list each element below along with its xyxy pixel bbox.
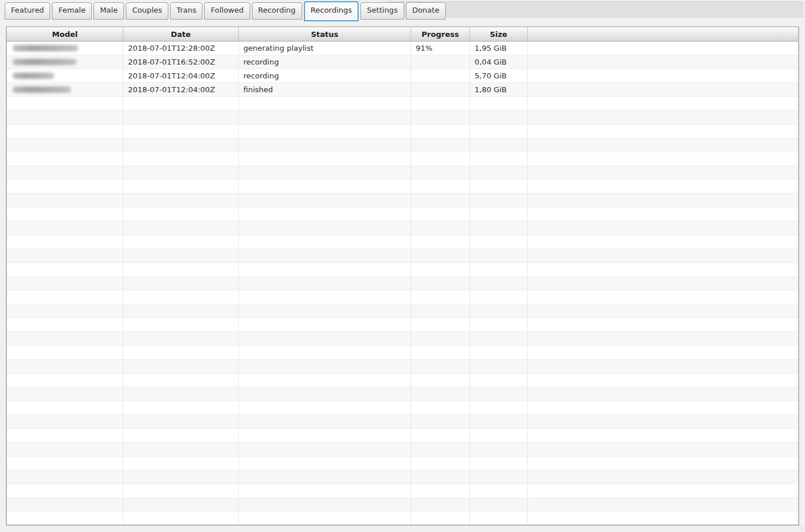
cell-filler bbox=[528, 41, 798, 55]
tab-bar: FeaturedFemaleMaleCouplesTransFollowedRe… bbox=[0, 0, 805, 27]
cell-progress bbox=[411, 221, 470, 235]
column-header-filler bbox=[528, 27, 798, 41]
cell-status bbox=[239, 401, 411, 414]
empty-row bbox=[7, 401, 798, 415]
cell-filler bbox=[528, 124, 798, 138]
cell-progress bbox=[411, 346, 470, 359]
cell-status bbox=[239, 138, 411, 152]
cell-size bbox=[470, 111, 528, 124]
empty-row bbox=[7, 166, 798, 180]
cell-model bbox=[7, 470, 123, 484]
column-header-status[interactable]: Status bbox=[239, 27, 411, 41]
cell-date bbox=[123, 456, 239, 470]
tab-male[interactable]: Male bbox=[93, 2, 124, 20]
cell-filler bbox=[528, 97, 798, 110]
tab-featured[interactable]: Featured bbox=[5, 2, 50, 20]
cell-progress bbox=[411, 277, 470, 290]
cell-model bbox=[7, 443, 123, 456]
cell-filler bbox=[528, 429, 798, 442]
cell-model bbox=[7, 235, 123, 248]
cell-date bbox=[123, 97, 239, 110]
redacted-model-name bbox=[13, 86, 71, 93]
cell-model bbox=[7, 304, 123, 318]
cell-date bbox=[123, 290, 239, 304]
cell-date bbox=[123, 470, 239, 484]
cell-status bbox=[239, 152, 411, 165]
cell-filler bbox=[528, 221, 798, 235]
empty-row bbox=[7, 277, 798, 290]
cell-progress bbox=[411, 194, 470, 207]
tab-donate[interactable]: Donate bbox=[406, 2, 446, 20]
cell-size bbox=[470, 304, 528, 318]
cell-progress bbox=[411, 97, 470, 110]
cell-date bbox=[123, 332, 239, 345]
cell-filler bbox=[528, 360, 798, 373]
cell-status bbox=[239, 484, 411, 497]
cell-filler bbox=[528, 470, 798, 484]
cell-date: 2018-07-01T12:04:00Z bbox=[123, 69, 239, 82]
empty-row bbox=[7, 498, 798, 512]
cell-date bbox=[123, 138, 239, 152]
empty-row bbox=[7, 235, 798, 249]
redacted-model-name bbox=[13, 45, 78, 51]
cell-model bbox=[7, 360, 123, 373]
cell-model bbox=[7, 180, 123, 193]
empty-row bbox=[7, 180, 798, 194]
cell-progress bbox=[411, 360, 470, 373]
cell-status bbox=[239, 290, 411, 304]
recording-row[interactable]: 2018-07-01T12:04:00Zfinished1,80 GiB bbox=[7, 83, 798, 97]
resize-grip-icon[interactable] bbox=[799, 526, 804, 531]
cell-filler bbox=[528, 401, 798, 414]
table-body[interactable]: 2018-07-01T12:28:00Zgenerating playlist9… bbox=[7, 41, 798, 525]
cell-model bbox=[7, 498, 123, 511]
empty-row bbox=[7, 263, 798, 277]
tab-female[interactable]: Female bbox=[52, 2, 92, 20]
tab-recordings[interactable]: Recordings bbox=[304, 1, 359, 21]
tab-settings[interactable]: Settings bbox=[360, 2, 404, 20]
column-header-size[interactable]: Size bbox=[470, 27, 528, 41]
cell-status bbox=[239, 346, 411, 359]
cell-status bbox=[239, 304, 411, 318]
cell-size bbox=[470, 152, 528, 165]
cell-status bbox=[239, 373, 411, 387]
cell-status bbox=[239, 207, 411, 221]
cell-model bbox=[7, 277, 123, 290]
tab-recording[interactable]: Recording bbox=[252, 2, 302, 20]
cell-progress bbox=[411, 235, 470, 248]
tab-trans[interactable]: Trans bbox=[170, 2, 202, 20]
empty-row bbox=[7, 456, 798, 470]
cell-filler bbox=[528, 373, 798, 387]
recording-row[interactable]: 2018-07-01T12:04:00Zrecording5,70 GiB bbox=[7, 69, 798, 83]
cell-model bbox=[7, 263, 123, 276]
tab-couples[interactable]: Couples bbox=[126, 2, 168, 20]
empty-row bbox=[7, 124, 798, 138]
cell-filler bbox=[528, 512, 798, 525]
empty-row bbox=[7, 373, 798, 387]
cell-status: finished bbox=[239, 83, 411, 96]
empty-row bbox=[7, 346, 798, 360]
cell-filler bbox=[528, 346, 798, 359]
column-header-date[interactable]: Date bbox=[123, 27, 239, 41]
cell-progress bbox=[411, 166, 470, 179]
cell-progress bbox=[411, 138, 470, 152]
cell-filler bbox=[528, 249, 798, 262]
cell-filler bbox=[528, 180, 798, 193]
cell-status bbox=[239, 263, 411, 276]
cell-status bbox=[239, 443, 411, 456]
cell-model bbox=[7, 373, 123, 387]
cell-size bbox=[470, 443, 528, 456]
recording-row[interactable]: 2018-07-01T12:28:00Zgenerating playlist9… bbox=[7, 41, 798, 55]
cell-date bbox=[123, 277, 239, 290]
cell-progress bbox=[411, 111, 470, 124]
cell-status bbox=[239, 318, 411, 331]
cell-size bbox=[470, 235, 528, 248]
column-header-model[interactable]: Model bbox=[7, 27, 123, 41]
empty-row bbox=[7, 484, 798, 498]
recording-row[interactable]: 2018-07-01T16:52:00Zrecording0,04 GiB bbox=[7, 55, 798, 69]
cell-progress bbox=[411, 152, 470, 165]
column-header-progress[interactable]: Progress bbox=[411, 27, 470, 41]
cell-date bbox=[123, 401, 239, 414]
cell-progress bbox=[411, 55, 470, 69]
cell-size bbox=[470, 387, 528, 401]
tab-followed[interactable]: Followed bbox=[204, 2, 250, 20]
